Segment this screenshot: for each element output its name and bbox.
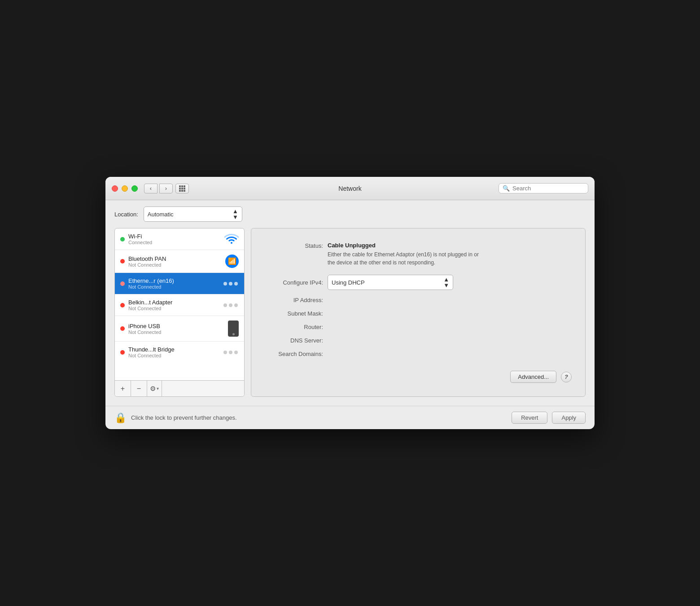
belkin-icon [223, 300, 239, 311]
bluetooth-icon: 📶 [225, 255, 239, 268]
item-name: iPhone USB [128, 323, 224, 329]
svg-point-3 [223, 303, 227, 307]
ethernet-icon [223, 278, 239, 289]
sidebar-item-ethernet[interactable]: Etherne...r (en16) Not Connected [115, 273, 244, 294]
subnet-label: Subnet Mask: [265, 310, 328, 317]
item-text: Wi-Fi Connected [128, 233, 221, 245]
status-description: Either the cable for Ethernet Adaptor (e… [328, 250, 480, 267]
search-icon: 🔍 [503, 185, 510, 192]
svg-point-1 [229, 282, 232, 285]
main-window: ‹ › Network 🔍 Location: Automatic ▲ ▼ [105, 177, 595, 429]
svg-point-6 [223, 351, 227, 354]
configure-label: Configure IPv4: [265, 279, 328, 286]
sidebar-item-belkin[interactable]: Belkin...t Adapter Not Connected [115, 294, 244, 316]
forward-button[interactable]: › [159, 184, 173, 193]
item-status: Not Connected [128, 306, 219, 311]
main-content: Wi-Fi Connected [105, 228, 595, 406]
svg-point-5 [234, 303, 238, 307]
configure-dropdown[interactable]: Using DHCP ▲ ▼ [328, 275, 453, 290]
network-sidebar: Wi-Fi Connected [114, 228, 245, 397]
item-name: Etherne...r (en16) [128, 277, 219, 284]
item-name: Wi-Fi [128, 233, 221, 240]
thunderbolt-icon [223, 347, 239, 358]
item-name: Thunde...lt Bridge [128, 346, 219, 353]
detail-panel: Status: Cable Unplugged Either the cable… [251, 228, 586, 397]
router-row: Router: [265, 323, 572, 330]
ip-label: IP Address: [265, 296, 328, 303]
router-label: Router: [265, 323, 328, 330]
location-label: Location: [114, 211, 138, 218]
configure-value: Using DHCP [332, 279, 443, 286]
sidebar-item-bluetooth-pan[interactable]: Bluetooth PAN Not Connected 📶 [115, 250, 244, 273]
item-status: Not Connected [128, 262, 222, 268]
lock-text: Click the lock to prevent further change… [131, 414, 507, 421]
nav-buttons: ‹ › [144, 184, 173, 193]
sidebar-item-wifi[interactable]: Wi-Fi Connected [115, 228, 244, 250]
remove-button[interactable]: − [131, 381, 147, 397]
item-text: Belkin...t Adapter Not Connected [128, 299, 219, 311]
item-name: Bluetooth PAN [128, 255, 222, 262]
item-text: Thunde...lt Bridge Not Connected [128, 346, 219, 358]
dns-row: DNS Server: [265, 337, 572, 344]
svg-point-7 [229, 351, 232, 354]
svg-point-8 [234, 351, 238, 354]
location-bar: Location: Automatic ▲ ▼ [105, 200, 595, 228]
ip-row: IP Address: [265, 296, 572, 303]
search-box[interactable]: 🔍 [499, 183, 588, 193]
bottom-bar: 🔒 Click the lock to prevent further chan… [105, 406, 595, 429]
domains-label: Search Domains: [265, 350, 328, 357]
add-button[interactable]: + [115, 381, 131, 397]
status-info: Cable Unplugged Either the cable for Eth… [328, 242, 480, 267]
item-name: Belkin...t Adapter [128, 299, 219, 306]
item-text: Etherne...r (en16) Not Connected [128, 277, 219, 290]
configure-row: Configure IPv4: Using DHCP ▲ ▼ [265, 275, 572, 290]
status-dot-red [120, 350, 125, 355]
status-label: Status: [265, 242, 328, 249]
status-dot-red [120, 259, 125, 263]
svg-point-0 [223, 282, 227, 285]
titlebar: ‹ › Network 🔍 [105, 177, 595, 200]
item-status: Not Connected [128, 353, 219, 358]
status-value: Cable Unplugged [328, 242, 480, 249]
panel-bottom-buttons: Advanced... ? [265, 371, 572, 383]
window-title: Network [338, 185, 361, 192]
item-status: Not Connected [128, 284, 219, 290]
svg-point-2 [234, 282, 238, 285]
domains-row: Search Domains: [265, 350, 572, 357]
search-input[interactable] [512, 185, 584, 192]
wifi-icon [224, 234, 239, 245]
sidebar-item-iphone-usb[interactable]: iPhone USB Not Connected [115, 316, 244, 342]
revert-button[interactable]: Revert [512, 412, 547, 424]
location-value: Automatic [148, 211, 230, 218]
chevron-down-icon: ▾ [157, 386, 159, 391]
configure-stepper-icon: ▲ ▼ [443, 277, 449, 288]
status-dot-green [120, 237, 125, 242]
minimize-button[interactable] [122, 185, 128, 192]
close-button[interactable] [112, 185, 118, 192]
apply-button[interactable]: Apply [552, 412, 586, 424]
sidebar-toolbar: + − ⚙ ▾ [115, 380, 244, 396]
traffic-lights [112, 185, 138, 192]
location-dropdown[interactable]: Automatic ▲ ▼ [144, 206, 242, 222]
lock-icon[interactable]: 🔒 [114, 412, 127, 424]
grid-button[interactable] [175, 184, 189, 193]
network-list: Wi-Fi Connected [115, 228, 244, 380]
status-row: Status: Cable Unplugged Either the cable… [265, 242, 572, 267]
item-status: Connected [128, 240, 221, 245]
status-dot-red [120, 326, 125, 331]
back-button[interactable]: ‹ [144, 184, 158, 193]
item-text: Bluetooth PAN Not Connected [128, 255, 222, 268]
item-status: Not Connected [128, 329, 224, 335]
gear-button[interactable]: ⚙ ▾ [147, 381, 162, 397]
status-dot-red [120, 281, 125, 286]
maximize-button[interactable] [131, 185, 138, 192]
svg-point-4 [229, 303, 232, 307]
help-button[interactable]: ? [561, 372, 572, 382]
subnet-row: Subnet Mask: [265, 310, 572, 317]
dns-label: DNS Server: [265, 337, 328, 344]
gear-icon: ⚙ [150, 385, 156, 393]
grid-icon [179, 185, 185, 192]
iphone-icon [228, 321, 239, 337]
sidebar-item-thunderbolt[interactable]: Thunde...lt Bridge Not Connected [115, 342, 244, 363]
advanced-button[interactable]: Advanced... [510, 371, 556, 383]
